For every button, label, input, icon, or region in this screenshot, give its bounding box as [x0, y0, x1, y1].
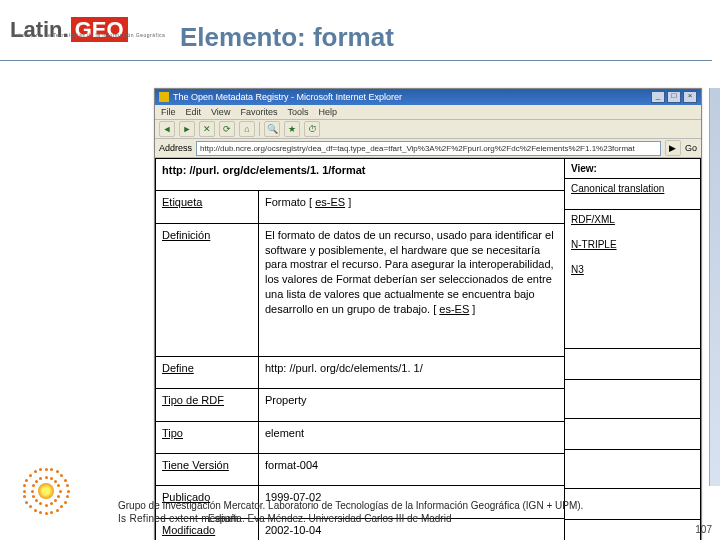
row-define-val: http: //purl. org/dc/elements/1. 1/	[259, 356, 565, 388]
back-button[interactable]: ◄	[159, 121, 175, 137]
view-ntriple[interactable]: N-TRIPLE	[571, 239, 694, 250]
menu-view[interactable]: View	[211, 107, 230, 117]
row-version-val: format-004	[259, 453, 565, 485]
menu-file[interactable]: File	[161, 107, 176, 117]
menu-help[interactable]: Help	[318, 107, 337, 117]
minimize-button[interactable]: _	[651, 91, 665, 103]
footer-line1: Grupo de Investigación Mercator. Laborat…	[118, 500, 690, 513]
es-es-link-2[interactable]: es-ES	[439, 303, 469, 315]
logo-latin: Latin.	[10, 17, 69, 42]
row-etiqueta-val: Formato [ es-ES ]	[259, 191, 565, 223]
element-url: http: //purl. org/dc/elements/1. 1/forma…	[156, 159, 565, 191]
row-define-key: Define	[156, 356, 259, 388]
footer-line2b: España. Eva Méndez. Universidad Carlos I…	[208, 513, 451, 524]
view-rdfxml[interactable]: RDF/XML	[571, 214, 694, 225]
address-url-text: http://dub.ncre.org/ocsregistry/dea_df=t…	[200, 144, 635, 153]
logo-geo: GEO	[71, 17, 128, 42]
stop-button[interactable]: ✕	[199, 121, 215, 137]
toolbar: ◄ ► ✕ ⟳ ⌂ 🔍 ★ ⏱	[155, 120, 701, 139]
view-header: View:	[565, 159, 701, 179]
sun-logo-icon	[20, 465, 72, 517]
window-title: The Open Metadata Registry - Microsoft I…	[173, 92, 402, 102]
browser-window: The Open Metadata Registry - Microsoft I…	[154, 88, 702, 540]
maximize-button[interactable]: □	[667, 91, 681, 103]
slide-title: Elemento: format	[180, 22, 394, 53]
home-button[interactable]: ⌂	[239, 121, 255, 137]
view-column: View: Canonical translation RDF/XML N-TR…	[565, 158, 701, 540]
menu-favorites[interactable]: Favorites	[240, 107, 277, 117]
slide-right-edge	[709, 88, 720, 486]
menu-bar: File Edit View Favorites Tools Help	[155, 105, 701, 120]
logo-subtitle: Laboratorio de Tecnologías de la Informa…	[12, 32, 165, 38]
menu-tools[interactable]: Tools	[287, 107, 308, 117]
go-label: Go	[685, 143, 697, 153]
row-version-key: Tiene Versión	[156, 453, 259, 485]
page-content: http: //purl. org/dc/elements/1. 1/forma…	[155, 158, 701, 540]
row-tipordf-key: Tipo de RDF	[156, 389, 259, 421]
title-rule	[0, 60, 712, 61]
logo: Latin.GEO	[10, 10, 160, 50]
metadata-table: http: //purl. org/dc/elements/1. 1/forma…	[155, 158, 565, 540]
es-es-link[interactable]: es-ES	[315, 196, 345, 208]
row-tipo-key: Tipo	[156, 421, 259, 453]
refresh-button[interactable]: ⟳	[219, 121, 235, 137]
address-input[interactable]: http://dub.ncre.org/ocsregistry/dea_df=t…	[196, 141, 661, 156]
row-definicion-key: Definición	[156, 223, 259, 356]
window-titlebar: The Open Metadata Registry - Microsoft I…	[155, 89, 701, 105]
footer: Grupo de Investigación Mercator. Laborat…	[118, 500, 690, 526]
row-definicion-val: El formato de datos de un recurso, usado…	[259, 223, 565, 356]
forward-button[interactable]: ►	[179, 121, 195, 137]
view-n3[interactable]: N3	[571, 264, 694, 275]
address-label: Address	[159, 143, 192, 153]
address-bar: Address http://dub.ncre.org/ocsregistry/…	[155, 139, 701, 158]
row-tipordf-val: Property	[259, 389, 565, 421]
row-etiqueta-key: Etiqueta	[156, 191, 259, 223]
row-tipo-val: element	[259, 421, 565, 453]
favorites-button[interactable]: ★	[284, 121, 300, 137]
page-number: 107	[695, 524, 712, 535]
view-canonical[interactable]: Canonical translation	[571, 183, 664, 194]
menu-edit[interactable]: Edit	[186, 107, 202, 117]
go-button[interactable]: ▶	[665, 140, 681, 156]
history-button[interactable]: ⏱	[304, 121, 320, 137]
ie-icon	[159, 92, 169, 102]
search-button[interactable]: 🔍	[264, 121, 280, 137]
close-button[interactable]: ×	[683, 91, 697, 103]
